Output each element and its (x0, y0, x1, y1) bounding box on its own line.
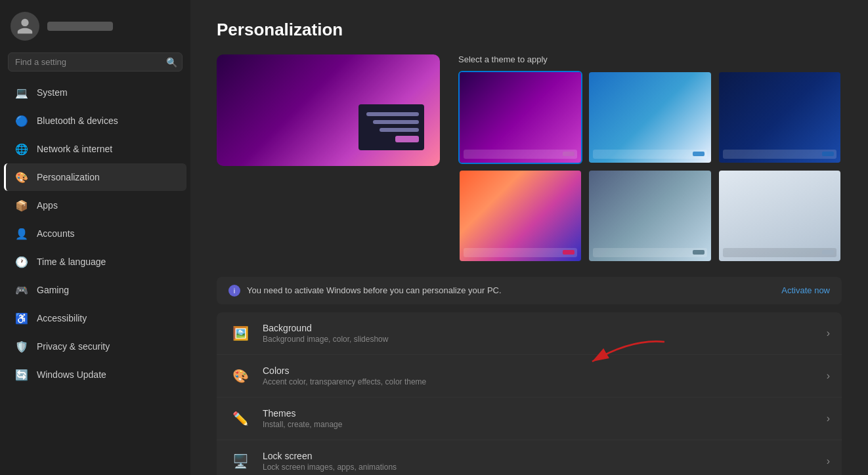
settings-item-lock-screen[interactable]: 🖥️ Lock screen Lock screen images, apps,… (217, 440, 842, 475)
profile-section (0, 0, 190, 50)
search-input[interactable] (8, 52, 183, 72)
sidebar-icon-bluetooth: 🔵 (14, 114, 29, 128)
settings-title-colors: Colors (263, 365, 827, 376)
sidebar-icon-network: 🌐 (14, 142, 29, 156)
main-content: Personalization Select a theme to apply (190, 0, 868, 475)
preview-line-2 (373, 120, 419, 124)
settings-text-background: Background Background image, color, slid… (263, 323, 827, 344)
theme-thumb-4[interactable] (458, 169, 582, 262)
theme-thumb-5[interactable] (588, 169, 712, 262)
sidebar-item-accounts[interactable]: 👤 Accounts (4, 220, 186, 247)
settings-title-themes: Themes (263, 408, 827, 419)
theme-4-btn (563, 250, 575, 255)
activation-text: You need to activate Windows before you … (247, 285, 502, 295)
chevron-icon-background: › (827, 327, 830, 339)
sidebar-label-update: Windows Update (37, 369, 106, 380)
sidebar-label-apps: Apps (37, 200, 58, 211)
activation-notice: i You need to activate Windows before yo… (217, 277, 842, 304)
sidebar-label-gaming: Gaming (37, 285, 69, 295)
sidebar-icon-accounts: 👤 (14, 226, 29, 241)
preview-line-1 (366, 112, 419, 116)
theme-2-btn (693, 152, 705, 156)
sidebar-item-bluetooth[interactable]: 🔵 Bluetooth & devices (4, 107, 186, 134)
settings-subtitle-background: Background image, color, slideshow (263, 335, 827, 344)
preview-line-3 (380, 128, 419, 132)
activation-notice-left: i You need to activate Windows before yo… (228, 285, 502, 297)
theme-1-btn (563, 152, 575, 156)
settings-item-background[interactable]: 🖼️ Background Background image, color, s… (217, 312, 842, 354)
sidebar-item-accessibility[interactable]: ♿ Accessibility (4, 304, 186, 332)
theme-1-bar (464, 150, 577, 159)
sidebar-item-system[interactable]: 💻 System (4, 79, 186, 106)
sidebar-item-update[interactable]: 🔄 Windows Update (4, 361, 186, 388)
theme-label: Select a theme to apply (458, 54, 842, 64)
settings-item-themes[interactable]: ✏️ Themes Install, create, manage › (217, 397, 842, 440)
sidebar-label-accessibility: Accessibility (37, 313, 87, 323)
avatar (11, 12, 39, 41)
theme-3-bar (723, 150, 836, 159)
sidebar-icon-personalization: 🎨 (14, 170, 29, 184)
settings-subtitle-lock-screen: Lock screen images, apps, animations (263, 463, 827, 472)
chevron-icon-themes: › (827, 413, 830, 424)
sidebar-icon-gaming: 🎮 (14, 283, 29, 297)
sidebar-icon-accessibility: ♿ (14, 311, 29, 325)
theme-6-bar (723, 248, 836, 257)
sidebar-item-time[interactable]: 🕐 Time & language (4, 248, 186, 276)
sidebar-label-system: System (37, 87, 68, 98)
settings-text-colors: Colors Accent color, transparency effect… (263, 365, 827, 386)
sidebar-icon-apps: 📦 (14, 198, 29, 213)
theme-3-btn (822, 152, 834, 156)
search-box[interactable]: 🔍 (8, 52, 183, 72)
activate-link[interactable]: Activate now (781, 285, 830, 295)
settings-title-background: Background (263, 323, 827, 333)
settings-text-themes: Themes Install, create, manage (263, 408, 827, 429)
sidebar-label-network: Network & internet (37, 144, 112, 154)
theme-5-btn (693, 250, 705, 255)
sidebar-icon-time: 🕐 (14, 255, 29, 269)
sidebar-item-gaming[interactable]: 🎮 Gaming (4, 276, 186, 304)
sidebar-item-apps[interactable]: 📦 Apps (4, 192, 186, 219)
sidebar-item-network[interactable]: 🌐 Network & internet (4, 135, 186, 163)
theme-grid (458, 71, 842, 262)
theme-thumb-3[interactable] (718, 71, 842, 164)
settings-text-lock-screen: Lock screen Lock screen images, apps, an… (263, 451, 827, 472)
theme-preview-inner (358, 104, 424, 150)
settings-icon-colors: 🎨 (228, 364, 252, 388)
search-icon: 🔍 (166, 57, 177, 68)
theme-4-bar (464, 248, 577, 257)
sidebar-label-accounts: Accounts (37, 228, 75, 239)
sidebar-label-privacy: Privacy & security (37, 341, 110, 352)
sidebar-item-privacy[interactable]: 🛡️ Privacy & security (4, 333, 186, 360)
theme-thumb-2[interactable] (588, 71, 712, 164)
sidebar: 🔍 💻 System 🔵 Bluetooth & devices 🌐 Netwo… (0, 0, 190, 475)
user-icon (16, 17, 34, 35)
settings-icon-background: 🖼️ (228, 321, 252, 345)
profile-name-bar (47, 22, 113, 31)
settings-item-colors[interactable]: 🎨 Colors Accent color, transparency effe… (217, 354, 842, 397)
theme-preview (217, 54, 440, 166)
sidebar-label-personalization: Personalization (37, 172, 100, 182)
chevron-icon-lock-screen: › (827, 455, 830, 467)
chevron-icon-colors: › (827, 370, 830, 382)
theme-grid-section: Select a theme to apply (458, 54, 842, 262)
theme-thumb-6[interactable] (718, 169, 842, 262)
settings-icon-themes: ✏️ (228, 407, 252, 430)
sidebar-label-bluetooth: Bluetooth & devices (37, 115, 118, 126)
settings-group: 🖼️ Background Background image, color, s… (217, 312, 842, 475)
page-title: Personalization (217, 20, 842, 40)
settings-title-lock-screen: Lock screen (263, 451, 827, 461)
preview-button (395, 136, 419, 142)
theme-5-bar (593, 248, 706, 257)
sidebar-icon-system: 💻 (14, 85, 29, 100)
sidebar-icon-privacy: 🛡️ (14, 339, 29, 354)
theme-2-bar (593, 150, 706, 159)
settings-icon-lock-screen: 🖥️ (228, 449, 252, 473)
info-icon: i (228, 285, 240, 297)
settings-subtitle-themes: Install, create, manage (263, 420, 827, 429)
settings-subtitle-colors: Accent color, transparency effects, colo… (263, 377, 827, 386)
sidebar-item-personalization[interactable]: 🎨 Personalization (4, 163, 186, 191)
theme-thumb-1[interactable] (458, 71, 582, 164)
sidebar-nav: 💻 System 🔵 Bluetooth & devices 🌐 Network… (0, 78, 190, 389)
theme-section: Select a theme to apply (217, 54, 842, 262)
sidebar-icon-update: 🔄 (14, 367, 29, 382)
